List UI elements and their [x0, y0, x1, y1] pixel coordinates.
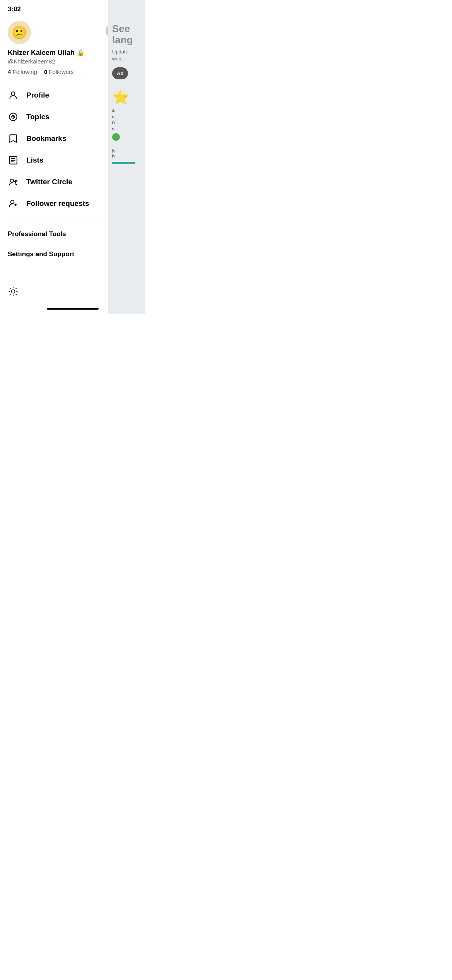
twitter-circle-label: Twitter Circle [26, 178, 72, 186]
lock-icon: 🔒 [77, 49, 85, 57]
avatar[interactable]: 😕 [8, 21, 31, 44]
brightness-icon[interactable] [8, 286, 19, 297]
follower-requests-label: Follower requests [26, 199, 89, 208]
home-indicator [47, 308, 99, 310]
svg-point-7 [11, 200, 14, 204]
right-panel-button[interactable]: Ad [112, 67, 128, 80]
following-stat[interactable]: 4 Following [8, 69, 37, 75]
twitter-circle-icon [8, 176, 19, 187]
lists-icon [8, 155, 19, 166]
person-add-icon [8, 198, 19, 209]
status-time: 3:02 [8, 5, 21, 13]
svg-point-5 [10, 179, 14, 182]
bookmark-icon [8, 133, 19, 144]
right-panel-overlay: Seelang Updatewant. Ad ⭐ acns hh [108, 0, 145, 314]
svg-point-1 [12, 92, 15, 95]
svg-point-6 [15, 180, 17, 182]
professional-tools-label: Professional Tools [8, 230, 66, 238]
settings-support-label: Settings and Support [8, 250, 74, 258]
topics-icon [8, 111, 19, 122]
bookmarks-label: Bookmarks [26, 134, 67, 143]
followers-stat[interactable]: 0 Followers [44, 69, 74, 75]
right-panel-star: ⭐ acns [112, 89, 141, 141]
topics-label: Topics [26, 113, 49, 121]
profile-label: Profile [26, 91, 49, 99]
right-panel-bottom: hh [112, 149, 141, 159]
right-panel-heading: Seelang [112, 23, 141, 45]
svg-point-8 [12, 290, 15, 293]
person-icon [8, 90, 19, 101]
lists-label: Lists [26, 156, 43, 164]
right-panel-subtext: Updatewant. [112, 48, 141, 62]
